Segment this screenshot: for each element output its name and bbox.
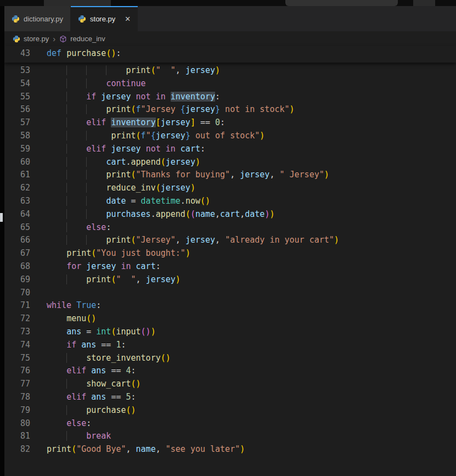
code-line[interactable]: 74 if ans == 1: bbox=[4, 339, 456, 352]
line-number[interactable]: 72 bbox=[4, 312, 30, 326]
code-line[interactable]: 73 ans = int(input()) bbox=[4, 326, 456, 339]
token: jersey bbox=[240, 170, 269, 180]
code-line[interactable]: 75 store_inventory() bbox=[4, 352, 456, 365]
line-number[interactable]: 80 bbox=[4, 417, 30, 430]
line-number[interactable]: 81 bbox=[4, 430, 30, 443]
token: 5 bbox=[126, 392, 131, 402]
token: "already in your cart" bbox=[225, 235, 334, 245]
token: : bbox=[116, 48, 121, 58]
line-number[interactable]: 64 bbox=[4, 208, 30, 221]
token: = bbox=[126, 196, 141, 206]
line-number[interactable]: 57 bbox=[4, 116, 30, 130]
code-line[interactable]: 72 menu() bbox=[4, 312, 456, 326]
line-number[interactable]: 59 bbox=[4, 143, 30, 156]
line-number[interactable]: 77 bbox=[4, 378, 30, 391]
line-number[interactable]: 74 bbox=[4, 339, 30, 352]
line-number[interactable]: 68 bbox=[4, 260, 30, 273]
code-text: print("Good Bye", name, "see you later") bbox=[47, 443, 245, 456]
line-number[interactable]: 61 bbox=[4, 169, 30, 182]
line-number[interactable]: 67 bbox=[4, 247, 30, 260]
code-line[interactable]: 68 for jersey in cart: bbox=[4, 260, 456, 273]
line-number[interactable]: 79 bbox=[4, 404, 30, 417]
code-text: print("You just bought:") bbox=[47, 247, 190, 260]
token: for bbox=[66, 261, 86, 271]
code-line[interactable]: 67 print("You just bought:") bbox=[4, 247, 456, 260]
line-number[interactable]: 56 bbox=[4, 103, 30, 116]
tab-store-py[interactable]: store.py ✕ bbox=[71, 6, 138, 31]
line-number[interactable]: 66 bbox=[4, 234, 30, 247]
breadcrumb-symbol[interactable]: reduce_inv bbox=[70, 35, 105, 43]
code-line[interactable]: 66 print("Jersey", jersey, "already in y… bbox=[4, 234, 456, 247]
token: { bbox=[151, 131, 156, 141]
line-number[interactable]: 78 bbox=[4, 391, 30, 404]
token: jersey bbox=[185, 235, 215, 245]
editor-group: dictionary.py store.py ✕ store.py › bbox=[4, 6, 456, 476]
sticky-scroll[interactable]: 43 def purchase(): bbox=[4, 46, 456, 63]
code-line[interactable]: 61 print("Thanks for buying", jersey, " … bbox=[4, 169, 456, 182]
line-number[interactable]: 73 bbox=[4, 326, 30, 339]
token: print bbox=[111, 131, 136, 141]
code-line[interactable]: 56 print(f"Jersey {jersey} not in stock"… bbox=[4, 103, 456, 116]
code-line[interactable]: 57 elif inventory[jersey] == 0: bbox=[4, 116, 456, 130]
line-number[interactable]: 63 bbox=[4, 195, 30, 208]
line-number[interactable]: 65 bbox=[4, 221, 30, 234]
code-line[interactable]: 70 bbox=[4, 287, 456, 300]
token: input bbox=[116, 327, 140, 337]
code-line[interactable]: 82print("Good Bye", name, "see you later… bbox=[4, 443, 456, 456]
line-number[interactable]: 54 bbox=[4, 77, 30, 91]
token: in bbox=[121, 261, 136, 271]
code-line[interactable]: 76 elif ans == 4: bbox=[4, 365, 456, 378]
line-number[interactable]: 62 bbox=[4, 182, 30, 195]
code-line[interactable]: 78 elif ans == 5: bbox=[4, 391, 456, 404]
token: continue bbox=[106, 79, 145, 88]
line-number[interactable]: 53 bbox=[4, 64, 30, 77]
line-number[interactable]: 71 bbox=[4, 299, 30, 312]
token: ( bbox=[131, 170, 136, 180]
line-number[interactable]: 43 bbox=[4, 47, 30, 60]
code-line[interactable]: 63 date = datetime.now() bbox=[4, 195, 456, 208]
code-line[interactable]: 79 purchase() bbox=[4, 404, 456, 417]
token: jersey bbox=[161, 183, 190, 193]
code-line[interactable]: 77 show_cart() bbox=[4, 378, 456, 391]
code-line[interactable]: 71while True: bbox=[4, 299, 456, 312]
code-line[interactable]: 65 else: bbox=[4, 221, 456, 234]
code-line[interactable]: 80 else: bbox=[4, 417, 456, 430]
token: () bbox=[141, 327, 151, 337]
sticky-line[interactable]: 43 def purchase(): bbox=[4, 47, 456, 60]
line-number[interactable]: 60 bbox=[4, 156, 30, 169]
line-number[interactable]: 76 bbox=[4, 365, 30, 378]
code-text: purchases.append((name,cart,date)) bbox=[47, 208, 274, 221]
code-area[interactable]: 53 print(" ", jersey)54 continue55 if je… bbox=[4, 63, 456, 456]
code-line[interactable]: 58 print(f"{jersey} out of stock") bbox=[4, 130, 456, 143]
code-line[interactable]: 81 break bbox=[4, 430, 456, 443]
breadcrumb-file[interactable]: store.py bbox=[24, 35, 49, 43]
token: else bbox=[66, 418, 86, 428]
token: ) bbox=[290, 104, 295, 114]
line-number[interactable]: 70 bbox=[4, 287, 30, 300]
token: jersey bbox=[86, 261, 121, 271]
line-number[interactable]: 75 bbox=[4, 352, 30, 365]
code-text: else: bbox=[47, 221, 111, 234]
code-line[interactable]: 69 print(" ", jersey) bbox=[4, 273, 456, 287]
close-icon[interactable]: ✕ bbox=[125, 15, 131, 23]
token: , bbox=[269, 170, 279, 180]
code-text: print(" ", jersey) bbox=[47, 273, 181, 287]
token: ( bbox=[151, 65, 156, 75]
line-number[interactable]: 55 bbox=[4, 91, 30, 104]
code-line[interactable]: 54 continue bbox=[4, 77, 456, 91]
token: ) bbox=[240, 444, 245, 454]
line-number[interactable]: 82 bbox=[4, 443, 30, 456]
token: reduce_inv bbox=[106, 183, 155, 193]
code-text: while True: bbox=[47, 299, 101, 312]
token: jersey bbox=[161, 117, 190, 127]
code-line[interactable]: 60 cart.append(jersey) bbox=[4, 156, 456, 169]
code-line[interactable]: 59 elif jersey not in cart: bbox=[4, 143, 456, 156]
line-number[interactable]: 58 bbox=[4, 130, 30, 143]
code-line[interactable]: 64 purchases.append((name,cart,date)) bbox=[4, 208, 456, 221]
token: ) bbox=[334, 235, 339, 245]
line-number[interactable]: 69 bbox=[4, 273, 30, 287]
tab-dictionary-py[interactable]: dictionary.py bbox=[4, 6, 71, 31]
code-line[interactable]: 55 if jersey not in inventory: bbox=[4, 91, 456, 104]
code-line[interactable]: 62 reduce_inv(jersey) bbox=[4, 182, 456, 195]
code-line[interactable]: 53 print(" ", jersey) bbox=[4, 64, 456, 77]
